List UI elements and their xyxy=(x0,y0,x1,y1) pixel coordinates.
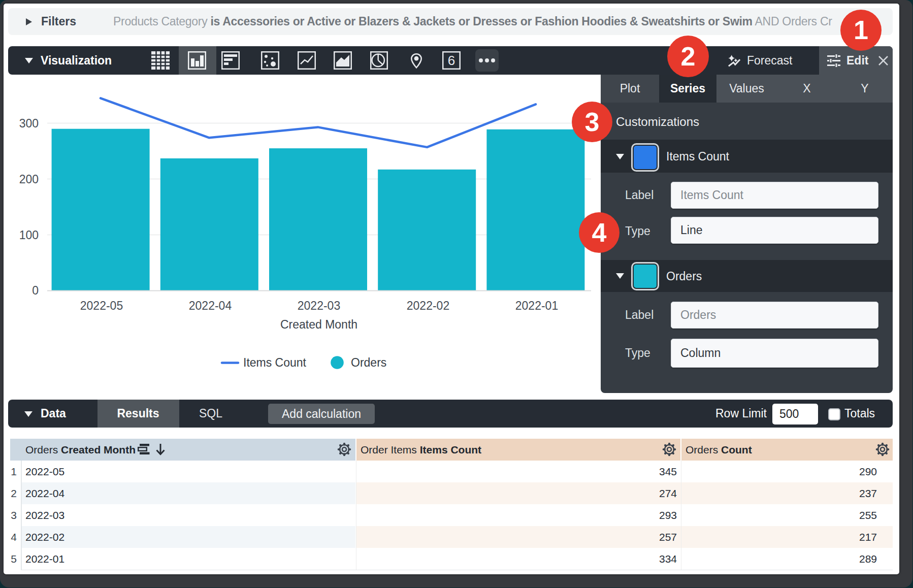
svg-text:2022-05: 2022-05 xyxy=(80,299,123,312)
svg-text:0: 0 xyxy=(32,284,39,297)
svg-text:2022-03: 2022-03 xyxy=(298,299,340,312)
svg-text:200: 200 xyxy=(19,173,39,186)
svg-text:Items Count: Items Count xyxy=(243,356,307,369)
svg-text:6: 6 xyxy=(448,53,455,68)
svg-text:100: 100 xyxy=(19,228,39,242)
svg-text:2022-04: 2022-04 xyxy=(189,299,232,312)
svg-text:300: 300 xyxy=(19,117,39,130)
svg-text:Forecast: Forecast xyxy=(747,54,793,67)
svg-text:Edit: Edit xyxy=(846,54,869,67)
svg-text:Orders: Orders xyxy=(351,356,386,369)
svg-text:2022-02: 2022-02 xyxy=(407,299,449,312)
svg-text:Created Month: Created Month xyxy=(280,318,357,331)
svg-text:2022-01: 2022-01 xyxy=(515,299,558,312)
